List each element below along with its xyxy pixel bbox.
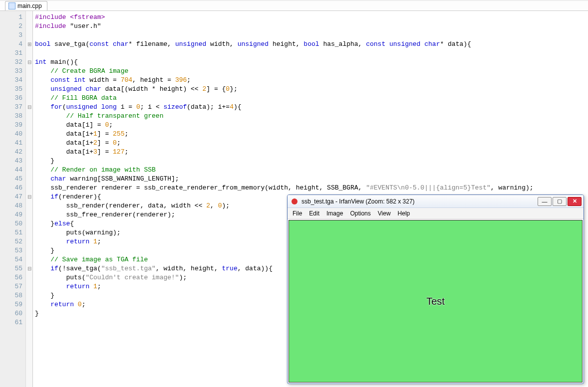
fold-spacer [26,246,32,255]
fold-spacer [26,309,32,318]
line-number: 53 [0,246,22,255]
line-number: 51 [0,228,22,237]
fold-collapse-icon[interactable]: ⊟ [26,58,32,67]
window-buttons: — ▢ ✕ [538,197,584,206]
line-number: 59 [0,300,22,309]
code-line[interactable]: #include "user.h" [35,22,588,31]
line-number: 61 [0,318,22,327]
fold-collapse-icon[interactable]: ⊟ [26,193,32,201]
line-number: 34 [0,76,22,85]
image-canvas[interactable]: Test [289,220,583,383]
line-number: 42 [0,148,22,157]
code-line[interactable]: // Fill BGRA data [35,94,588,103]
line-number: 33 [0,67,22,76]
code-line[interactable]: data[i+3] = 127; [35,148,588,157]
code-line[interactable] [35,31,588,40]
code-line[interactable]: const int width = 704, height = 396; [35,76,588,85]
fold-spacer [26,273,32,282]
code-line[interactable]: #include <fstream> [35,13,588,22]
code-line[interactable] [35,49,588,58]
line-number-gutter: 1234313233343536373839404142434445464748… [0,11,26,387]
fold-spacer [26,219,32,228]
fold-spacer [26,94,32,103]
line-number: 58 [0,291,22,300]
code-line[interactable]: // Render on image with SSB [35,166,588,175]
editor-tabbar: main.cpp [0,0,588,11]
code-line[interactable]: data[i+1] = 255; [35,130,588,139]
fold-spacer [26,130,32,139]
fold-spacer [26,49,32,58]
line-number: 4 [0,40,22,49]
fold-spacer [26,139,32,148]
code-line[interactable]: } [35,157,588,166]
maximize-button[interactable]: ▢ [553,197,567,206]
line-number: 44 [0,166,22,175]
fold-spacer [26,157,32,166]
menu-help[interactable]: Help [398,210,410,217]
line-number: 40 [0,130,22,139]
line-number: 57 [0,282,22,291]
fold-spacer [26,175,32,184]
menu-bar: FileEditImageOptionsViewHelp [288,208,584,219]
line-number: 39 [0,121,22,130]
fold-spacer [26,148,32,157]
line-number: 41 [0,139,22,148]
line-number: 2 [0,22,22,31]
menu-file[interactable]: File [293,210,302,217]
line-number: 45 [0,175,22,184]
fold-spacer [26,210,32,219]
fold-spacer [26,121,32,130]
fold-spacer [26,228,32,237]
fold-spacer [26,184,32,193]
fold-spacer [26,282,32,291]
fold-spacer [26,22,32,31]
line-number: 43 [0,157,22,166]
irfanview-window[interactable]: ssb_test.tga - IrfanView (Zoom: 582 x 32… [287,194,584,384]
line-number: 3 [0,31,22,40]
code-line[interactable]: data[i+2] = 0; [35,139,588,148]
line-number: 38 [0,112,22,121]
fold-spacer [26,31,32,40]
line-number: 37 [0,103,22,112]
fold-spacer [26,300,32,309]
window-title: ssb_test.tga - IrfanView (Zoom: 582 x 32… [301,198,538,205]
fold-spacer [26,85,32,94]
line-number: 50 [0,219,22,228]
fold-spacer [26,255,32,264]
fold-collapse-icon[interactable]: ⊟ [26,264,32,273]
menu-edit[interactable]: Edit [309,210,319,217]
code-line[interactable]: // Half transparent green [35,112,588,121]
line-number: 1 [0,13,22,22]
menu-options[interactable]: Options [350,210,370,217]
fold-collapse-icon[interactable]: ⊟ [26,103,32,112]
code-line[interactable]: bool save_tga(const char* filename, unsi… [35,40,588,49]
fold-spacer [26,166,32,175]
tab-main-cpp[interactable]: main.cpp [5,1,47,10]
code-line[interactable]: for(unsigned long i = 0; i < sizeof(data… [35,103,588,112]
fold-expand-icon[interactable]: ⊞ [26,40,32,49]
code-line[interactable]: // Create BGRA image [35,67,588,76]
menu-image[interactable]: Image [326,210,343,217]
line-number: 60 [0,309,22,318]
fold-spacer [26,76,32,85]
fold-spacer [26,67,32,76]
menu-view[interactable]: View [378,210,391,217]
line-number: 36 [0,94,22,103]
svg-rect-1 [294,198,295,201]
fold-spacer [26,112,32,121]
window-titlebar[interactable]: ssb_test.tga - IrfanView (Zoom: 582 x 32… [288,195,584,208]
code-line[interactable]: int main(){ [35,58,588,67]
line-number: 55 [0,264,22,273]
minimize-button[interactable]: — [538,197,552,206]
fold-spacer [26,318,32,327]
tab-label: main.cpp [17,2,42,9]
fold-spacer [26,291,32,300]
code-line[interactable]: char warning[SSB_WARNING_LENGTH]; [35,175,588,184]
code-line[interactable]: unsigned char data[(width * height) << 2… [35,85,588,94]
code-line[interactable]: ssb_renderer renderer = ssb_create_rende… [35,184,588,193]
line-number: 52 [0,237,22,246]
file-icon [8,2,15,9]
code-line[interactable]: data[i] = 0; [35,121,588,130]
close-button[interactable]: ✕ [568,197,582,206]
line-number: 35 [0,85,22,94]
